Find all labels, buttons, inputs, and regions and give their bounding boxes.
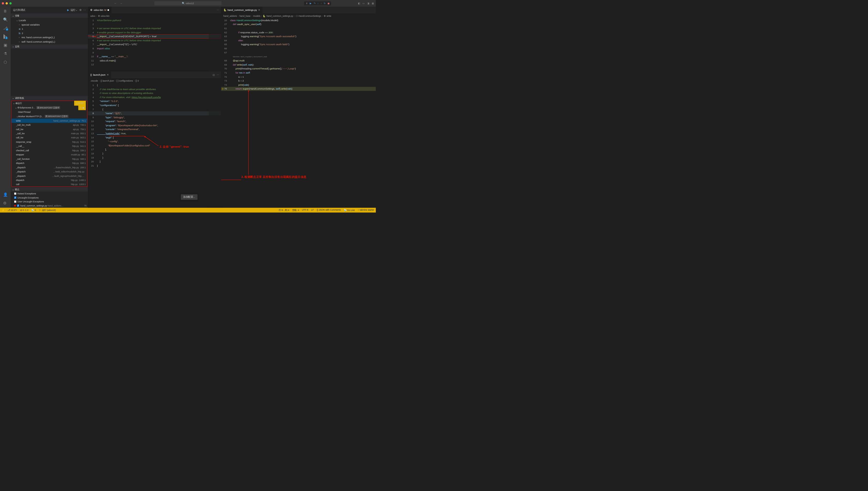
explorer-icon[interactable]: 🗎 xyxy=(3,9,7,13)
frame-row[interactable]: callhttp.py1203:1 xyxy=(11,182,87,186)
breadcrumb-right[interactable]: hand_addons›hand_base›models›🐍 hand_comm… xyxy=(221,13,376,18)
git-branch[interactable]: ⎇ 12.0*+ xyxy=(7,209,17,211)
command-center-text: odoo12 xyxy=(186,2,194,5)
debug-icon[interactable]: ▷1 xyxy=(4,34,7,39)
frame-row[interactable]: dispatchhttp.py698:1 xyxy=(11,161,87,165)
close-icon[interactable]: ✕ xyxy=(107,73,109,76)
testing-icon[interactable]: ⚗ xyxy=(4,51,7,56)
indentation[interactable]: 空格: 4 xyxy=(292,209,299,212)
step-over-icon[interactable]: ↷ xyxy=(314,2,316,5)
var-b[interactable]: b:2 xyxy=(11,31,88,35)
annotation-arrow-3v xyxy=(248,90,249,175)
tab-launch-json[interactable]: {} launch.json ✕ xyxy=(88,71,111,78)
go-live[interactable]: 📡 Go Live xyxy=(344,209,355,212)
var-res[interactable]: ›res: hand.common.settings(1,) xyxy=(11,35,88,39)
watch-section[interactable]: ⌄监视 xyxy=(11,44,88,49)
chevron-down-icon[interactable]: ⌄ xyxy=(76,8,78,11)
tabnine-status[interactable]: ○ tabnine starter xyxy=(358,209,374,212)
maximize-window[interactable] xyxy=(9,2,11,5)
eol[interactable]: LF xyxy=(311,209,314,212)
restart-icon[interactable]: ↻ xyxy=(324,2,325,5)
frame-row[interactable]: __call__http.py941:1 xyxy=(11,144,87,148)
cs-mainthread[interactable]: › MainThread xyxy=(11,110,87,114)
frame-row[interactable]: _call_kw_multiapi.py746:1 xyxy=(11,123,87,127)
frame-row[interactable]: wrappermodel.py98:1 xyxy=(11,152,87,157)
breadcrumb-top[interactable]: odoo›⚙ odoo-bin xyxy=(88,13,221,18)
cursor-position[interactable]: 行 8，列 4 xyxy=(279,209,289,212)
problems[interactable]: ⊘ 0 ⚠ 0 xyxy=(20,209,28,211)
gear-icon[interactable]: ⚙ xyxy=(3,201,8,205)
frame-row[interactable]: _dispatch…/base/models/ir_http.py208:1 xyxy=(11,165,87,169)
panel-bottom-icon[interactable]: ▭ xyxy=(362,2,364,5)
frame-row[interactable]: response_wraphttp.py519:1 xyxy=(11,140,87,144)
frame-write[interactable]: writehand_common_settings.py75:1 xyxy=(11,118,87,123)
bp-file[interactable]: hand_common_settings.py hand_addons… 75 xyxy=(11,204,88,208)
step-out-icon[interactable]: ↑ xyxy=(321,2,322,5)
layout-icon[interactable]: ▦ xyxy=(372,2,374,5)
more-icon[interactable]: ⋯ xyxy=(217,9,219,11)
frame-row[interactable]: _call_functionhttp.py346:1 xyxy=(11,157,87,161)
frame-row[interactable]: dispatchhttp.py1488:1 xyxy=(11,178,87,182)
var-self[interactable]: ›self: hand.common.settings(1,) xyxy=(11,39,88,44)
source-control-icon[interactable]: ⎇2 xyxy=(3,26,7,30)
tab-odoo-bin[interactable]: ⚙ odoo-bin M xyxy=(88,7,111,13)
frame-row[interactable]: _dispatch…/auth_signup/models/ir_http.… xyxy=(11,174,87,178)
command-center[interactable]: 🔍 odoo12 xyxy=(155,1,222,5)
panel-left-icon[interactable]: ◧ xyxy=(358,2,360,5)
encoding[interactable]: UTF-8 xyxy=(302,209,308,212)
close-icon[interactable]: ✕ xyxy=(258,8,260,11)
debug-status[interactable]: ▷ 运行 (odoo12) xyxy=(39,209,56,212)
more-icon[interactable]: ⋯ xyxy=(83,8,86,11)
frame-row[interactable]: _call_kwmain.py955:1 xyxy=(11,132,87,136)
tab-hand-common-settings[interactable]: 🐍 hand_common_settings.py ✕ xyxy=(221,7,263,13)
editor-odoo-bin[interactable]: 1#!/usr/bin/env python3 2 3# set server … xyxy=(88,18,221,71)
pause-icon[interactable]: ⏸ xyxy=(306,2,308,5)
language-mode[interactable]: {} JSON with Comments xyxy=(317,209,341,212)
extensions-icon[interactable]: ▣ xyxy=(4,43,7,47)
debug-config-select[interactable]: 运行 xyxy=(71,8,76,11)
cs-worker[interactable]: ⌄ Worker WorkerHTTP (3…因 BREAKPOINT 已暂停 xyxy=(11,114,87,118)
gear-icon[interactable]: ⚙ xyxy=(79,8,82,11)
remote-icon[interactable]: ⚡ xyxy=(2,209,5,211)
step-into-icon[interactable]: ↓ xyxy=(318,2,319,5)
cs-subprocess[interactable]: ⌄ ⚙ Subprocess 3…因 BREAKPOINT 已暂停↻ ◼ xyxy=(11,105,87,110)
frame-row[interactable]: call_kwapi.py759:1 xyxy=(11,127,87,131)
account-icon[interactable]: 👤 xyxy=(3,193,8,197)
add-config-button[interactable]: 添加配置... xyxy=(181,194,198,200)
frame-row[interactable]: checked_callhttp.py339:1 xyxy=(11,148,87,152)
callstack-highlighted: ⌄ ✿ 运行正在运行 ⌄ ⚙ Subprocess 3…因 BREAKPOINT… xyxy=(11,101,87,187)
split-icon[interactable]: ◫ xyxy=(213,74,215,76)
bp-user-uncaught[interactable]: User Uncaught Exceptions xyxy=(11,200,88,204)
ports[interactable]: 📡 0 xyxy=(31,209,36,211)
scope-locals[interactable]: ⌄Locals xyxy=(11,18,88,23)
more-icon[interactable]: ⋯ xyxy=(217,74,219,76)
search-icon[interactable]: 🔍 xyxy=(3,17,8,22)
minimize-window[interactable] xyxy=(6,2,8,5)
callstack-section[interactable]: ⌄调用堆栈 xyxy=(11,96,88,100)
var-special[interactable]: ›special variables xyxy=(11,23,88,27)
frame-row[interactable]: call_kwmain.py963:1 xyxy=(11,136,87,140)
breadcrumb-bottom[interactable]: .vscode›{} launch.json›[ ] configuration… xyxy=(88,78,221,83)
start-debug-icon[interactable]: ▶ xyxy=(67,8,69,11)
stop-icon[interactable]: ◼ xyxy=(328,2,329,5)
editor-right[interactable]: 10class HandCommonSettings(models.Model)… xyxy=(221,18,376,208)
svg-marker-1 xyxy=(94,36,96,37)
docker-icon[interactable]: ⬡ xyxy=(4,60,7,64)
svg-marker-3 xyxy=(144,136,146,138)
editor-launch-json[interactable]: 1{ 2 // Use IntelliSense to learn about … xyxy=(88,83,221,207)
continue-icon[interactable]: ▶ xyxy=(310,2,311,5)
var-a[interactable]: a:1 xyxy=(11,27,88,31)
minimap[interactable] xyxy=(209,83,221,207)
minimap[interactable] xyxy=(209,18,221,71)
nav-back-icon[interactable]: ← xyxy=(114,2,117,5)
variables-section[interactable]: ⌄变量 xyxy=(11,13,88,18)
frame-row[interactable]: _dispatch…/web_editor/models/ir_http.py xyxy=(11,170,87,174)
cs-run[interactable]: ⌄ ✿ 运行正在运行 xyxy=(11,101,87,105)
panel-right-icon[interactable]: ◨ xyxy=(367,2,369,5)
close-window[interactable] xyxy=(2,2,4,5)
bp-raised[interactable]: Raised Exceptions xyxy=(11,192,88,196)
breakpoints-section[interactable]: ⌄断点 xyxy=(11,187,88,192)
nav-forward-icon[interactable]: → xyxy=(120,2,123,5)
minimap[interactable] xyxy=(363,18,376,208)
bp-uncaught[interactable]: Uncaught Exceptions xyxy=(11,196,88,200)
